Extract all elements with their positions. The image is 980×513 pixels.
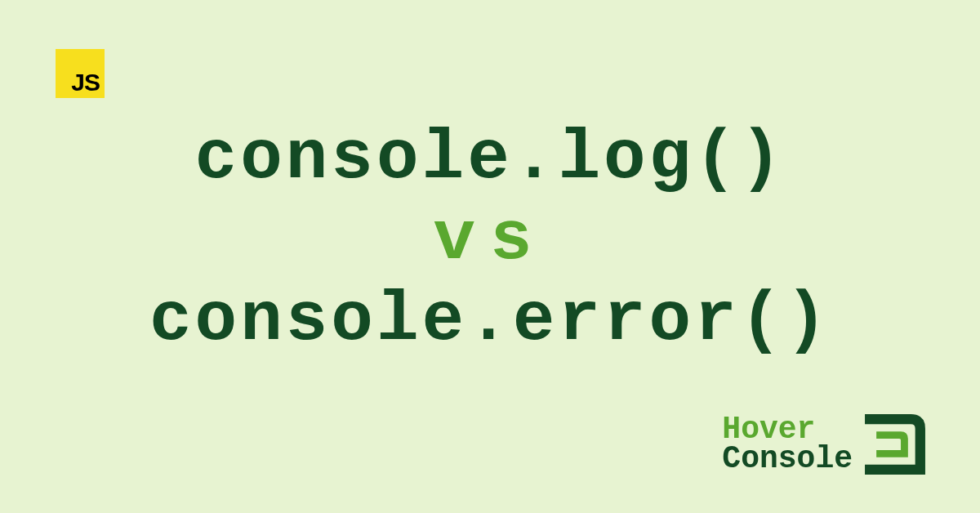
title-line-3: console.error() — [0, 280, 980, 361]
title-line-1: console.log() — [0, 118, 980, 199]
main-title: console.log() vs console.error() — [0, 118, 980, 361]
brand-logo: Hover Console — [722, 408, 931, 480]
brand-icon — [859, 408, 931, 480]
brand-word-hover: Hover — [722, 415, 853, 444]
brand-text: Hover Console — [722, 415, 853, 474]
brand-word-console: Console — [722, 444, 853, 474]
title-line-2: vs — [0, 199, 980, 280]
js-logo-badge: JS — [56, 49, 105, 98]
js-logo-text: JS — [71, 70, 100, 95]
